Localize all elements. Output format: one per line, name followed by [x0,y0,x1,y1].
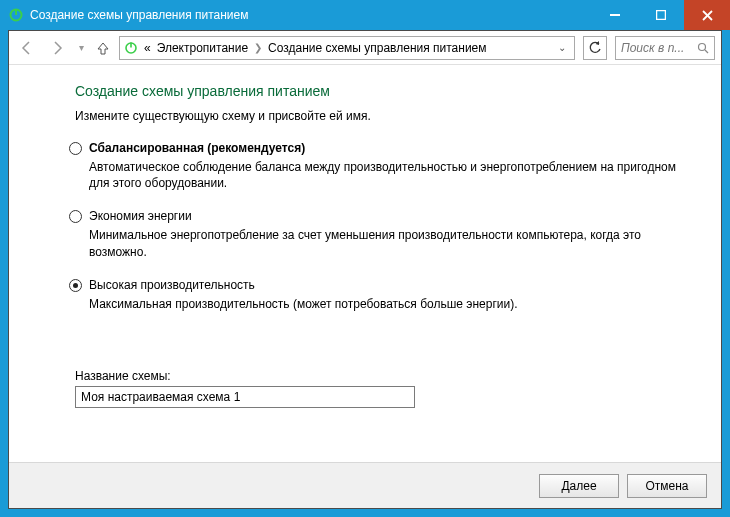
page-heading: Создание схемы управления питанием [75,83,691,99]
option-title: Экономия энергии [89,209,691,223]
cancel-button[interactable]: Отмена [627,474,707,498]
radio-icon[interactable] [69,210,82,223]
option-balanced[interactable]: Сбалансированная (рекомендуется) Автомат… [75,141,691,191]
scheme-name-input[interactable] [75,386,415,408]
window-frame: Создание схемы управления питанием ▾ [0,0,730,517]
forward-button[interactable] [45,36,69,60]
radio-icon[interactable] [69,142,82,155]
client-area: ▾ « Электропитание ❯ Создание схемы упра… [8,30,722,509]
search-icon [697,42,709,54]
breadcrumb-prefix: « [144,41,151,55]
content-area: Создание схемы управления питанием Измен… [9,65,721,462]
back-button[interactable] [15,36,39,60]
page-subheading: Измените существующую схему и присвойте … [75,109,691,123]
dialog-footer: Далее Отмена [9,462,721,508]
maximize-button[interactable] [638,0,684,30]
power-icon [8,7,24,23]
option-title: Высокая производительность [89,278,691,292]
refresh-button[interactable] [583,36,607,60]
option-desc: Автоматическое соблюдение баланса между … [89,159,689,191]
window-title: Создание схемы управления питанием [30,8,592,22]
next-button[interactable]: Далее [539,474,619,498]
breadcrumb-current[interactable]: Создание схемы управления питанием [268,41,486,55]
recent-dropdown-icon[interactable]: ▾ [75,36,87,60]
svg-rect-1 [15,9,17,15]
minimize-button[interactable] [592,0,638,30]
address-dropdown-icon[interactable]: ⌄ [554,42,570,53]
address-bar[interactable]: « Электропитание ❯ Создание схемы управл… [119,36,575,60]
svg-rect-2 [610,14,620,16]
svg-point-8 [699,43,706,50]
up-button[interactable] [93,38,113,58]
option-high-performance[interactable]: Высокая производительность Максимальная … [75,278,691,312]
titlebar[interactable]: Создание схемы управления питанием [0,0,730,30]
close-button[interactable] [684,0,730,30]
window-controls [592,0,730,30]
search-placeholder: Поиск в п... [621,41,684,55]
option-power-saver[interactable]: Экономия энергии Минимальное энергопотре… [75,209,691,259]
nav-toolbar: ▾ « Электропитание ❯ Создание схемы упра… [9,31,721,65]
scheme-name-label: Название схемы: [75,369,691,383]
svg-rect-3 [657,11,666,20]
option-title: Сбалансированная (рекомендуется) [89,141,691,155]
svg-line-9 [705,50,708,53]
breadcrumb-parent[interactable]: Электропитание [157,41,248,55]
option-desc: Минимальное энергопотребление за счет ум… [89,227,689,259]
radio-icon[interactable] [69,279,82,292]
power-small-icon [124,41,138,55]
search-input[interactable]: Поиск в п... [615,36,715,60]
chevron-right-icon: ❯ [254,42,262,53]
svg-rect-7 [130,42,132,47]
option-desc: Максимальная производительность (может п… [89,296,689,312]
scheme-name-section: Название схемы: [39,369,691,408]
